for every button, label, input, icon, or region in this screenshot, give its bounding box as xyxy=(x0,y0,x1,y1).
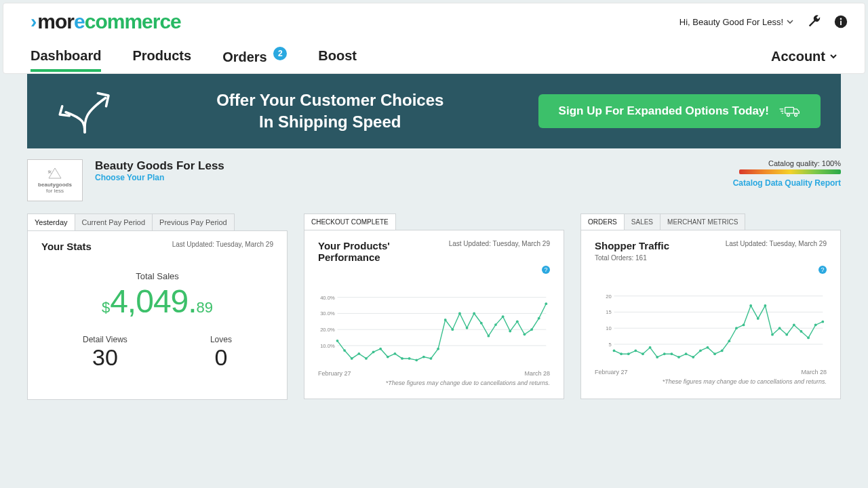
svg-point-78 xyxy=(793,323,795,326)
svg-point-42 xyxy=(530,328,533,331)
traffic-tab-merchant[interactable]: MERCHANT METRICS xyxy=(660,214,745,230)
loves-label: Loves xyxy=(210,335,232,344)
catalog-quality-bar xyxy=(739,169,841,174)
greeting-dropdown[interactable]: Hi, Beauty Good For Less! xyxy=(679,17,794,27)
perf-title: Your Products' Performance xyxy=(318,240,420,263)
svg-point-25 xyxy=(408,357,411,360)
perf-x-end: March 28 xyxy=(524,370,550,377)
perf-tab-checkout[interactable]: CHECKOUT COMPLETE xyxy=(304,214,396,230)
traffic-tab-sales[interactable]: SALES xyxy=(625,214,660,230)
svg-point-34 xyxy=(473,312,475,314)
tab-boost[interactable]: Boost xyxy=(318,41,357,72)
wrench-icon[interactable] xyxy=(806,14,821,29)
svg-point-59 xyxy=(656,356,658,359)
help-icon[interactable]: ? xyxy=(818,266,827,274)
svg-point-30 xyxy=(444,319,447,321)
shipping-truck-icon xyxy=(778,104,800,119)
sales-whole: 4,049. xyxy=(110,283,196,320)
svg-point-55 xyxy=(627,352,630,355)
tab-orders-label: Orders xyxy=(222,49,267,64)
svg-point-29 xyxy=(437,347,439,350)
your-stats-card: Your Stats Last Updated: Tuesday, March … xyxy=(27,230,288,400)
svg-text:10.0%: 10.0% xyxy=(320,342,335,348)
svg-point-28 xyxy=(430,357,433,360)
svg-point-77 xyxy=(785,333,788,336)
performance-chart: 10.0%20.0%30.0%40.0% xyxy=(318,291,550,373)
svg-point-57 xyxy=(642,352,644,355)
svg-point-36 xyxy=(487,334,490,337)
svg-point-5 xyxy=(795,113,797,116)
svg-point-38 xyxy=(502,315,505,318)
total-sales-label: Total Sales xyxy=(41,271,273,281)
banner-cta-label: Sign Up For Expanded Options Today! xyxy=(559,104,769,118)
banner-cta-button[interactable]: Sign Up For Expanded Options Today! xyxy=(538,94,821,128)
traffic-tab-orders[interactable]: ORDERS xyxy=(580,214,625,230)
svg-rect-1 xyxy=(840,21,842,25)
svg-point-70 xyxy=(735,327,738,329)
svg-text:10: 10 xyxy=(606,325,611,331)
svg-point-16 xyxy=(343,349,346,352)
svg-text:40.0%: 40.0% xyxy=(320,294,335,300)
info-icon[interactable] xyxy=(833,14,848,29)
svg-point-23 xyxy=(394,352,397,355)
svg-point-44 xyxy=(545,302,547,305)
svg-point-76 xyxy=(778,327,781,329)
traffic-sub: Total Orders: 161 xyxy=(595,254,827,262)
svg-point-74 xyxy=(764,304,766,307)
catalog-quality-link[interactable]: Catalog Data Quality Report xyxy=(733,178,841,188)
svg-point-63 xyxy=(685,352,688,355)
traffic-chart: 5101520 xyxy=(595,290,827,371)
traffic-updated: Last Updated: Tuesday, March 29 xyxy=(726,240,827,247)
traffic-footnote: *These figures may change due to cancell… xyxy=(595,378,827,385)
tab-orders[interactable]: Orders 2 xyxy=(222,40,287,73)
choose-plan-link[interactable]: Choose Your Plan xyxy=(95,173,224,182)
currency-symbol: $ xyxy=(102,299,110,317)
stats-tab-current[interactable]: Current Pay Period xyxy=(75,214,153,231)
svg-point-19 xyxy=(365,357,368,360)
svg-text:20.0%: 20.0% xyxy=(320,327,335,333)
sales-cents: 89 xyxy=(197,299,213,317)
logo-part2: e xyxy=(74,10,85,33)
chevron-right-icon: › xyxy=(31,11,36,33)
tab-dashboard[interactable]: Dashboard xyxy=(31,41,101,72)
account-menu[interactable]: Account xyxy=(771,49,837,64)
svg-point-27 xyxy=(422,355,425,358)
perf-footnote: *These figures may change due to cancell… xyxy=(318,380,550,386)
stats-tab-yesterday[interactable]: Yesterday xyxy=(27,214,75,231)
svg-point-18 xyxy=(357,352,360,355)
store-logo-text2: for less xyxy=(46,188,64,194)
svg-point-53 xyxy=(613,349,616,352)
svg-point-69 xyxy=(728,340,730,342)
help-icon[interactable]: ? xyxy=(542,266,550,274)
traffic-x-start: February 27 xyxy=(595,369,628,375)
svg-point-58 xyxy=(649,346,652,348)
split-arrows-icon xyxy=(47,86,122,136)
store-logo-text1: beautygoods xyxy=(38,182,72,188)
svg-point-80 xyxy=(807,336,810,339)
perf-updated: Last Updated: Tuesday, March 29 xyxy=(449,240,550,247)
tab-products[interactable]: Products xyxy=(132,41,191,72)
svg-point-61 xyxy=(671,352,673,355)
svg-point-2 xyxy=(840,18,842,20)
svg-point-64 xyxy=(692,356,694,359)
svg-point-81 xyxy=(814,323,817,326)
svg-point-56 xyxy=(634,349,637,352)
svg-point-62 xyxy=(677,356,680,359)
svg-point-68 xyxy=(721,349,724,352)
svg-point-40 xyxy=(516,320,519,323)
svg-point-26 xyxy=(415,359,418,361)
brand-logo[interactable]: › mor e commerce xyxy=(31,10,181,33)
svg-point-65 xyxy=(699,349,702,352)
svg-point-67 xyxy=(713,352,716,355)
svg-point-35 xyxy=(480,321,483,324)
svg-point-37 xyxy=(494,323,497,326)
svg-point-39 xyxy=(509,329,511,332)
svg-point-73 xyxy=(757,317,760,320)
svg-text:15: 15 xyxy=(606,309,611,315)
performance-card: Your Products' Performance Last Updated:… xyxy=(304,230,564,399)
svg-point-72 xyxy=(749,304,752,307)
stats-tab-previous[interactable]: Previous Pay Period xyxy=(153,214,235,231)
catalog-quality-label: Catalog quality: 100% xyxy=(733,159,841,167)
svg-point-75 xyxy=(771,333,774,336)
logo-part1: mor xyxy=(37,10,74,33)
